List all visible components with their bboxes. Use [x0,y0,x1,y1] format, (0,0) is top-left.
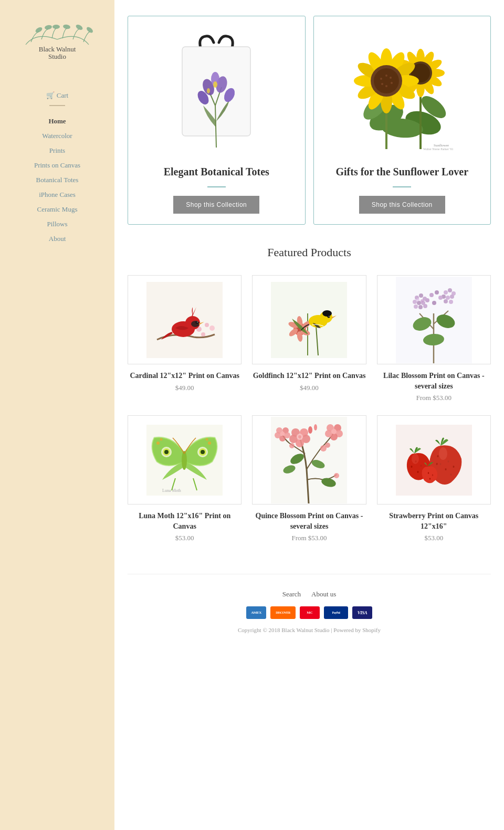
svg-point-106 [421,299,424,302]
logo-icon: Black Walnut Studio [15,16,99,63]
cart-icon: 🛒 [46,91,55,100]
svg-point-117 [438,296,443,300]
footer-about-link[interactable]: About us [311,590,336,598]
svg-point-100 [417,301,421,305]
svg-point-171 [439,447,447,460]
svg-point-107 [444,290,448,295]
svg-point-179 [432,474,433,476]
svg-point-102 [414,304,418,309]
product-luna-moth-image: Luna Moth [128,415,242,505]
goldfinch-art [271,282,347,358]
nav-about[interactable]: About [0,232,114,246]
totes-shop-button[interactable]: Shop this Collection [173,196,259,214]
footer: Search About us AMEX DISCOVER MC PayPal … [128,574,491,644]
svg-point-158 [325,443,330,448]
featured-title: Featured Products [128,246,491,259]
svg-point-173 [420,465,422,467]
nav-prints[interactable]: Prints [0,143,114,158]
svg-point-1 [44,25,52,30]
nav-divider [49,105,65,106]
svg-point-144 [298,435,301,438]
product-luna-moth-name: Luna Moth 12"x16" Print on Canvas [128,511,242,531]
product-cardinal[interactable]: Cardinal 12"x12" Print on Canvas $49.00 [128,275,242,402]
product-quince-price: From $53.00 [252,534,366,542]
cardinal-art [146,282,223,358]
product-strawberry[interactable]: Strawberry Print on Canvas 12"x16" $53.0… [377,415,491,542]
svg-point-53 [374,68,399,93]
svg-point-123 [164,450,169,454]
discover-icon: DISCOVER [270,606,296,619]
svg-point-126 [201,450,205,454]
svg-point-114 [449,300,453,304]
svg-point-17 [213,81,217,88]
product-lilac-price: From $53.00 [377,394,491,402]
svg-point-180 [429,478,430,480]
svg-point-112 [450,295,454,299]
nav-home[interactable]: Home [0,114,114,129]
cart-label: Cart [57,91,68,100]
product-quince[interactable]: Quince Blossom Print on Canvas - several… [252,415,366,542]
svg-point-176 [411,466,412,468]
sunflower-banner: Sunflower Walter Niene Parker '91 Gifts … [313,16,491,225]
footer-search-link[interactable]: Search [282,590,301,598]
product-goldfinch[interactable]: Goldfinch 12"x12" Print on Canvas $49.00 [252,275,366,402]
svg-point-177 [412,454,419,464]
svg-point-162 [314,424,317,430]
nav-iphone[interactable]: iPhone Cases [0,187,114,202]
svg-point-159 [289,443,295,448]
svg-point-71 [196,321,198,323]
product-goldfinch-name: Goldfinch 12"x12" Print on Canvas [252,371,366,381]
svg-text:Studio: Studio [48,52,66,60]
svg-point-2 [52,25,60,29]
svg-point-105 [416,298,419,301]
svg-point-150 [331,429,337,434]
products-grid: Cardinal 12"x12" Print on Canvas $49.00 [128,275,491,542]
svg-point-129 [208,442,211,445]
svg-point-155 [275,432,281,438]
product-cardinal-image [128,275,242,364]
footer-links: Search About us [128,590,491,598]
product-lilac[interactable]: Lilac Blossom Print on Canvas - several … [377,275,491,402]
svg-point-65 [209,325,215,331]
mastercard-icon: MC [300,606,320,619]
svg-point-87 [328,315,330,318]
sunflower-shop-button[interactable]: Shop this Collection [359,196,445,214]
product-strawberry-price: $53.00 [377,534,491,542]
product-luna-moth-price: $53.00 [128,534,242,542]
visa-icon: VISA [352,606,372,619]
svg-text:Luna Moth: Luna Moth [162,488,181,493]
hero-banners: Elegant Botanical Totes Shop this Collec… [128,16,491,225]
svg-point-111 [446,296,450,300]
product-goldfinch-price: $49.00 [252,384,366,392]
svg-point-64 [205,323,209,327]
product-luna-moth[interactable]: Luna Moth Luna Moth 12"x16" Print on Can… [128,415,242,542]
svg-point-88 [329,316,330,317]
svg-point-59 [380,78,382,80]
nav-prints-canvas[interactable]: Prints on Canvas [0,158,114,173]
strawberry-art [396,425,472,496]
svg-point-3 [62,24,70,29]
svg-point-128 [160,438,163,440]
main-content: Elegant Botanical Totes Shop this Collec… [114,0,504,830]
svg-point-18 [207,88,210,93]
svg-point-149 [325,430,332,437]
cart-link[interactable]: 🛒 Cart [46,91,68,100]
svg-point-130 [206,438,208,440]
svg-point-86 [322,310,332,317]
product-strawberry-image [377,415,491,505]
svg-point-58 [381,83,383,85]
nav-mugs[interactable]: Ceramic Mugs [0,202,114,217]
svg-point-72 [197,321,198,322]
nav-botanical-totes[interactable]: Botanical Totes [0,173,114,187]
svg-point-170 [437,455,438,457]
nav-watercolor[interactable]: Watercolor [0,129,114,143]
svg-point-156 [280,432,285,436]
nav-pillows[interactable]: Pillows [0,217,114,232]
svg-point-55 [390,77,392,79]
product-quince-name: Quince Blossom Print on Canvas - several… [252,511,366,531]
totes-banner: Elegant Botanical Totes Shop this Collec… [128,16,306,225]
svg-point-161 [308,426,312,434]
product-cardinal-price: $49.00 [128,384,242,392]
totes-banner-title: Elegant Botanical Totes [164,166,269,178]
svg-point-54 [385,75,387,77]
